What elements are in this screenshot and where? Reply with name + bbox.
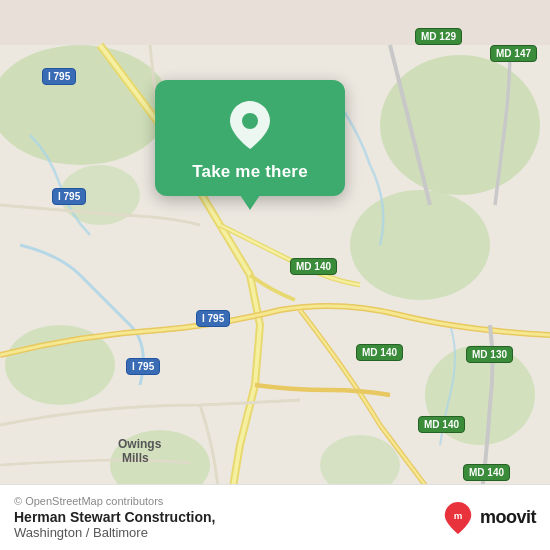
svg-text:Mills: Mills (122, 451, 149, 465)
popup-card[interactable]: Take me there (155, 80, 345, 196)
place-name: Herman Stewart Construction, (14, 509, 215, 525)
svg-text:Owings: Owings (118, 437, 162, 451)
osm-credit[interactable]: © OpenStreetMap contributors (14, 495, 215, 507)
road-badge-i795-bottom: I 795 (126, 358, 160, 375)
road-badge-md147: MD 147 (490, 45, 537, 62)
road-badge-md129: MD 129 (415, 28, 462, 45)
road-badge-i795-lower: I 795 (196, 310, 230, 327)
bottom-bar: © OpenStreetMap contributors Herman Stew… (0, 484, 550, 550)
road-badge-md140-bottom: MD 140 (463, 464, 510, 481)
popup-label: Take me there (192, 162, 308, 182)
place-region: Washington / Baltimore (14, 525, 215, 540)
road-badge-i795-top: I 795 (42, 68, 76, 85)
road-badge-i795-mid: I 795 (52, 188, 86, 205)
location-pin-icon (223, 98, 277, 152)
road-badge-md140-right: MD 140 (356, 344, 403, 361)
road-badge-md140-far: MD 140 (418, 416, 465, 433)
bottom-left: © OpenStreetMap contributors Herman Stew… (14, 495, 215, 540)
moovit-icon: m (442, 502, 474, 534)
road-badge-md130: MD 130 (466, 346, 513, 363)
moovit-text: moovit (480, 507, 536, 528)
road-badge-md140-center: MD 140 (290, 258, 337, 275)
moovit-logo: m moovit (442, 502, 536, 534)
svg-text:m: m (454, 509, 463, 520)
svg-point-3 (350, 190, 490, 300)
map-container: Owings Mills I 795 MD 129 MD 147 I 795 M… (0, 0, 550, 550)
svg-point-11 (242, 113, 258, 129)
svg-point-2 (380, 55, 540, 195)
